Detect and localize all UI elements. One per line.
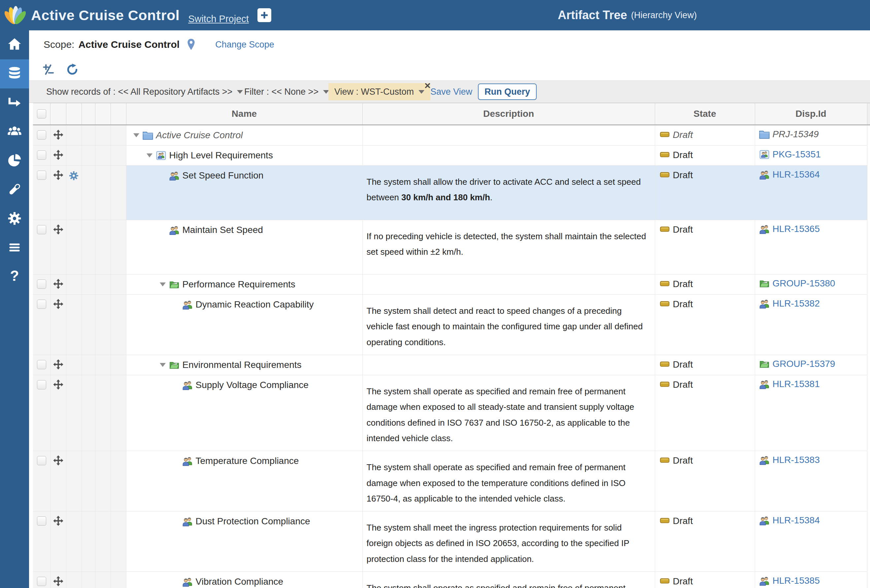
disp-id[interactable]: GROUP-15380: [773, 278, 835, 289]
sidebar-item-gear[interactable]: [0, 205, 29, 234]
run-query-button[interactable]: Run Query: [478, 83, 537, 100]
sidebar-item-users-group[interactable]: [0, 118, 29, 146]
scope-bar: Scope: Active Cruise Control Change Scop…: [29, 30, 870, 59]
artifact-name[interactable]: Dust Protection Compliance: [196, 516, 310, 527]
expand-triangle-icon[interactable]: [133, 133, 139, 137]
move-icon[interactable]: [53, 150, 64, 162]
sidebar-item-test-tube[interactable]: [0, 176, 29, 205]
table-row[interactable]: Dynamic Reaction CapabilityThe system sh…: [33, 295, 870, 355]
row-checkbox[interactable]: [37, 456, 46, 465]
sidebar-item-arrow-branch[interactable]: [0, 88, 29, 118]
plus-icon: [259, 10, 269, 20]
table-row[interactable]: High Level RequirementsDraftPKG-15351: [33, 146, 870, 166]
table-row[interactable]: Environmental RequirementsDraftGROUP-153…: [33, 355, 870, 375]
artifact-name[interactable]: Environmental Requirements: [183, 360, 302, 370]
move-icon[interactable]: [53, 359, 64, 372]
artifact-name[interactable]: Set Speed Function: [183, 170, 264, 181]
row-checkbox[interactable]: [37, 380, 46, 389]
artifact-name[interactable]: Maintain Set Speed: [183, 225, 263, 235]
app-logo-icon[interactable]: [4, 4, 26, 26]
row-checkbox[interactable]: [37, 171, 46, 180]
state-cell: Draft: [655, 146, 755, 166]
expand-triangle-icon[interactable]: [160, 283, 166, 286]
table-row[interactable]: Supply Voltage ComplianceThe system shal…: [33, 375, 870, 451]
disp-id[interactable]: HLR-15381: [773, 379, 820, 389]
refresh-button[interactable]: [66, 63, 79, 76]
table-row[interactable]: Active Cruise ControlDraftPRJ-15349: [33, 125, 870, 146]
column-header-name[interactable]: Name: [126, 103, 362, 125]
disp-id[interactable]: HLR-15382: [773, 298, 820, 309]
move-icon[interactable]: [53, 576, 64, 588]
move-icon[interactable]: [53, 224, 64, 237]
artifact-name[interactable]: High Level Requirements: [169, 150, 273, 161]
move-icon[interactable]: [53, 170, 64, 182]
column-header-state[interactable]: State: [655, 103, 755, 125]
disp-id[interactable]: HLR-15365: [773, 224, 820, 234]
sidebar-item-help[interactable]: ?: [0, 263, 29, 292]
table-row[interactable]: Set Speed FunctionThe system shall allow…: [33, 166, 870, 220]
row-checkbox[interactable]: [37, 299, 46, 309]
row-checkbox[interactable]: [37, 280, 46, 289]
disp-id[interactable]: GROUP-15379: [773, 359, 835, 369]
table-row[interactable]: Maintain Set SpeedIf no preceding vehicl…: [33, 220, 870, 274]
artifact-name[interactable]: Vibration Compliance: [196, 576, 283, 587]
state-icon: [660, 359, 670, 370]
chevron-down-icon[interactable]: [237, 90, 243, 94]
view-label: View :: [334, 87, 358, 97]
state-label: Draft: [673, 516, 693, 526]
save-view-link[interactable]: Save View: [431, 81, 472, 103]
sidebar-item-pie-chart[interactable]: [0, 146, 29, 176]
row-actions-cell: [66, 451, 82, 511]
row-checkbox[interactable]: [37, 150, 46, 160]
move-icon[interactable]: [53, 130, 64, 142]
row-move-cell: [50, 274, 66, 295]
disp-id[interactable]: HLR-15364: [773, 169, 820, 180]
expand-triangle-icon[interactable]: [146, 153, 152, 158]
select-all-checkbox[interactable]: [37, 109, 46, 118]
table-row[interactable]: Performance RequirementsDraftGROUP-15380: [33, 274, 870, 295]
artifact-name[interactable]: Temperature Compliance: [196, 456, 299, 466]
row-checkbox[interactable]: [37, 360, 46, 369]
move-icon[interactable]: [53, 279, 64, 291]
move-icon[interactable]: [53, 299, 64, 311]
state-icon: [660, 150, 670, 160]
row-checkbox[interactable]: [37, 577, 46, 586]
show-records-dropdown[interactable]: Show records of : << All Repository Arti…: [46, 81, 243, 103]
change-scope-link[interactable]: Change Scope: [215, 40, 274, 50]
sidebar-item-menu[interactable]: [0, 234, 29, 263]
row-checkbox[interactable]: [37, 130, 46, 140]
disp-id[interactable]: HLR-15385: [773, 575, 820, 586]
expand-triangle-icon[interactable]: [160, 363, 166, 367]
row-checkbox[interactable]: [37, 517, 46, 525]
move-icon[interactable]: [53, 380, 64, 392]
table-row[interactable]: Temperature ComplianceThe system shall o…: [33, 451, 870, 511]
column-header-disp-id[interactable]: Disp.Id: [755, 103, 867, 125]
name-cell: High Level Requirements: [126, 146, 362, 166]
artifact-name[interactable]: Active Cruise Control: [156, 130, 243, 141]
add-project-button[interactable]: [258, 8, 271, 22]
group-folder-icon: [169, 360, 180, 370]
switch-project-link[interactable]: Switch Project: [188, 13, 249, 24]
gear-icon[interactable]: [69, 171, 79, 182]
move-icon[interactable]: [53, 516, 64, 528]
artifact-name[interactable]: Supply Voltage Compliance: [196, 380, 308, 390]
table-row[interactable]: Dust Protection ComplianceThe system sha…: [33, 511, 870, 572]
row-checkbox[interactable]: [37, 225, 46, 234]
chevron-down-icon[interactable]: [419, 90, 425, 94]
disp-id[interactable]: HLR-15384: [773, 515, 820, 525]
disp-id[interactable]: PKG-15351: [773, 149, 821, 160]
state-icon: [660, 456, 670, 466]
home-icon: [7, 37, 22, 53]
disp-id[interactable]: HLR-15383: [773, 455, 820, 465]
filter-dropdown[interactable]: Filter : << None >>: [244, 81, 329, 103]
sidebar-item-database[interactable]: [0, 60, 29, 88]
close-view-icon[interactable]: ×: [425, 79, 431, 92]
artifact-name[interactable]: Performance Requirements: [183, 279, 295, 290]
column-header-description[interactable]: Description: [362, 103, 655, 125]
view-dropdown[interactable]: View : WST-Custom: [328, 83, 431, 100]
move-icon[interactable]: [53, 456, 64, 467]
table-row[interactable]: Vibration ComplianceThe system shall ope…: [33, 572, 870, 588]
artifact-name[interactable]: Dynamic Reaction Capability: [196, 299, 314, 310]
expand-collapse-button[interactable]: [42, 64, 54, 76]
sidebar-item-home[interactable]: [0, 30, 29, 60]
